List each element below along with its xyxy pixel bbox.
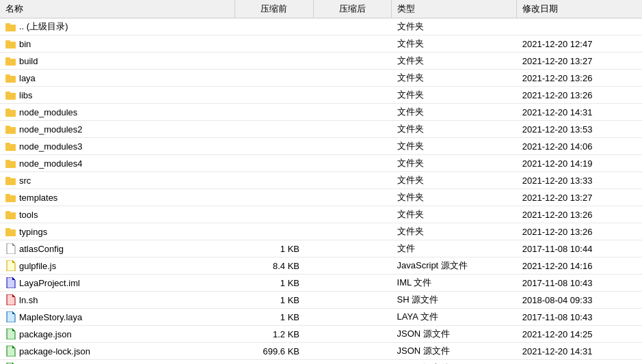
table-row[interactable]: node_modules4文件夹2021-12-20 14:19 <box>0 155 642 172</box>
file-compressed-before: 1 KB <box>235 292 314 309</box>
table-row[interactable]: tools文件夹2021-12-20 13:26 <box>0 206 642 223</box>
file-compressed-before: 8.4 KB <box>235 257 314 275</box>
file-date: 2021-12-20 14:31 <box>517 343 642 360</box>
file-date: 2020-05-11 11:38 <box>517 360 642 365</box>
file-type: 文件夹 <box>392 53 517 70</box>
file-type: 文件夹 <box>392 189 517 206</box>
file-date: 2017-11-08 10:43 <box>517 275 642 292</box>
header-compressed-before[interactable]: 压缩前 <box>235 0 314 18</box>
svg-rect-9 <box>5 92 10 94</box>
file-name-cell: node_modules4 <box>0 155 235 172</box>
file-compressed-before <box>235 104 314 121</box>
file-compressed-after <box>313 121 392 138</box>
file-date: 2021-12-20 13:26 <box>517 223 642 240</box>
file-date: 2021-12-20 14:19 <box>517 155 642 172</box>
header-type[interactable]: 类型 <box>392 0 517 18</box>
svg-rect-13 <box>5 126 10 128</box>
file-name-text: tools <box>19 210 38 220</box>
file-compressed-after <box>313 292 392 309</box>
file-name-text: package.json <box>19 329 72 339</box>
file-name-text: src <box>19 176 31 186</box>
folder-icon <box>5 192 16 203</box>
table-row[interactable]: gulpfile.js8.4 KBJavaScript 源文件2021-12-2… <box>0 257 642 275</box>
file-type: 文件夹 <box>392 155 517 172</box>
file-type: JSON 源文件 <box>392 326 517 343</box>
file-name-text: templates <box>19 193 57 203</box>
svg-rect-1 <box>5 23 10 26</box>
file-compressed-after <box>313 189 392 206</box>
folder-icon <box>5 226 16 237</box>
file-name-text: gulpfile.js <box>19 261 56 271</box>
file-name-text: node_modules3 <box>19 141 83 152</box>
file-compressed-after <box>313 70 392 87</box>
svg-rect-11 <box>5 109 10 111</box>
table-row[interactable]: atlasConfig1 KB文件2017-11-08 10:44 <box>0 240 642 257</box>
table-row[interactable]: tsconfig.json1 KBJSON 源文件2020-05-11 11:3… <box>0 360 642 365</box>
file-name-text: build <box>19 56 38 66</box>
file-compressed-before: 1 KB <box>235 275 314 292</box>
file-name-text: node_modules4 <box>19 158 83 169</box>
file-compressed-after <box>313 343 392 360</box>
header-compressed-after[interactable]: 压缩后 <box>313 0 392 18</box>
file-name-cell: templates <box>0 189 235 206</box>
table-row[interactable]: ln.sh1 KBSH 源文件2018-08-04 09:33 <box>0 292 642 309</box>
file-date: 2017-11-08 10:43 <box>517 309 642 326</box>
file-type: 文件夹 <box>392 18 517 36</box>
table-row[interactable]: templates文件夹2021-12-20 13:27 <box>0 189 642 206</box>
table-row[interactable]: src文件夹2021-12-20 13:33 <box>0 172 642 189</box>
table-row[interactable]: typings文件夹2021-12-20 13:26 <box>0 223 642 240</box>
file-compressed-after <box>313 87 392 104</box>
file-compressed-after <box>313 360 392 365</box>
file-date: 2021-12-20 13:27 <box>517 189 642 206</box>
file-icon <box>5 294 16 305</box>
folder-icon <box>5 209 16 220</box>
table-row[interactable]: .. (上级目录)文件夹 <box>0 18 642 36</box>
header-date[interactable]: 修改日期 <box>517 0 642 18</box>
table-row[interactable]: libs文件夹2021-12-20 13:26 <box>0 87 642 104</box>
file-list-table: 名称 压缩前 压缩后 类型 修改日期 .. (上级目录)文件夹 bin文件夹20… <box>0 0 642 364</box>
file-compressed-before <box>235 70 314 87</box>
file-compressed-after <box>313 257 392 275</box>
svg-rect-21 <box>5 194 10 197</box>
table-row[interactable]: package-lock.json699.6 KBJSON 源文件2021-12… <box>0 343 642 360</box>
table-row[interactable]: laya文件夹2021-12-20 13:26 <box>0 70 642 87</box>
table-row[interactable]: build文件夹2021-12-20 13:27 <box>0 53 642 70</box>
file-compressed-after <box>313 138 392 155</box>
table-row[interactable]: node_modules2文件夹2021-12-20 13:53 <box>0 121 642 138</box>
file-compressed-before <box>235 206 314 223</box>
file-name-cell: node_modules <box>0 104 235 121</box>
file-compressed-before <box>235 138 314 155</box>
svg-rect-7 <box>5 74 10 77</box>
folder-icon <box>5 107 16 117</box>
file-compressed-before <box>235 36 314 53</box>
file-name-cell: node_modules2 <box>0 121 235 138</box>
svg-rect-15 <box>5 143 10 145</box>
file-name-cell: build <box>0 53 235 70</box>
file-type: 文件夹 <box>392 70 517 87</box>
file-date: 2021-12-20 13:26 <box>517 87 642 104</box>
svg-rect-17 <box>5 160 10 163</box>
table-row[interactable]: node_modules3文件夹2021-12-20 14:06 <box>0 138 642 155</box>
file-date: 2018-08-04 09:33 <box>517 292 642 309</box>
file-name-cell: bin <box>0 36 235 53</box>
file-icon <box>5 311 16 322</box>
header-name[interactable]: 名称 <box>0 0 235 18</box>
folder-icon <box>5 21 16 32</box>
file-name-cell: package.json <box>0 326 235 343</box>
file-type: JSON 源文件 <box>392 343 517 360</box>
table-row[interactable]: node_modules文件夹2021-12-20 14:31 <box>0 104 642 121</box>
table-row[interactable]: package.json1.2 KBJSON 源文件2021-12-20 14:… <box>0 326 642 343</box>
file-name-cell: src <box>0 172 235 189</box>
file-compressed-before <box>235 121 314 138</box>
file-date: 2017-11-08 10:44 <box>517 240 642 257</box>
file-compressed-after <box>313 240 392 257</box>
file-date: 2021-12-20 14:06 <box>517 138 642 155</box>
file-name-text: .. (上级目录) <box>19 20 68 33</box>
file-name-text: typings <box>19 227 47 237</box>
table-row[interactable]: bin文件夹2021-12-20 12:47 <box>0 36 642 53</box>
table-row[interactable]: LayaProject.iml1 KBIML 文件2017-11-08 10:4… <box>0 275 642 292</box>
table-row[interactable]: MapleStory.laya1 KBLAYA 文件2017-11-08 10:… <box>0 309 642 326</box>
folder-icon <box>5 89 16 100</box>
file-type: 文件夹 <box>392 121 517 138</box>
file-date: 2021-12-20 14:16 <box>517 257 642 275</box>
